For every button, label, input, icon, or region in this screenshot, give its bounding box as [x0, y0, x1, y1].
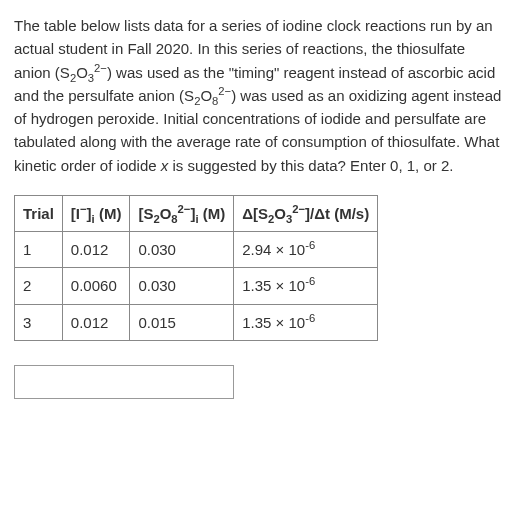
- table-row: 1 0.012 0.030 2.94 × 10-6: [15, 232, 378, 268]
- cell-rate: 2.94 × 10-6: [234, 232, 378, 268]
- data-table: Trial [I−]i (M) [S2O82−]i (M) Δ[S2O32−]/…: [14, 195, 378, 341]
- cell-rate: 1.35 × 10-6: [234, 268, 378, 304]
- table-row: 3 0.012 0.015 1.35 × 10-6: [15, 304, 378, 340]
- cell-iodide: 0.0060: [62, 268, 130, 304]
- table-row: 2 0.0060 0.030 1.35 × 10-6: [15, 268, 378, 304]
- col-header-trial: Trial: [15, 195, 63, 231]
- question-prompt: The table below lists data for a series …: [14, 14, 503, 177]
- cell-persulfate: 0.030: [130, 268, 234, 304]
- cell-persulfate: 0.015: [130, 304, 234, 340]
- cell-rate: 1.35 × 10-6: [234, 304, 378, 340]
- col-header-persulfate: [S2O82−]i (M): [130, 195, 234, 231]
- col-header-iodide: [I−]i (M): [62, 195, 130, 231]
- cell-trial: 2: [15, 268, 63, 304]
- cell-trial: 3: [15, 304, 63, 340]
- answer-input[interactable]: [14, 365, 234, 399]
- col-header-rate: Δ[S2O32−]/Δt (M/s): [234, 195, 378, 231]
- cell-iodide: 0.012: [62, 232, 130, 268]
- cell-trial: 1: [15, 232, 63, 268]
- cell-persulfate: 0.030: [130, 232, 234, 268]
- cell-iodide: 0.012: [62, 304, 130, 340]
- table-header-row: Trial [I−]i (M) [S2O82−]i (M) Δ[S2O32−]/…: [15, 195, 378, 231]
